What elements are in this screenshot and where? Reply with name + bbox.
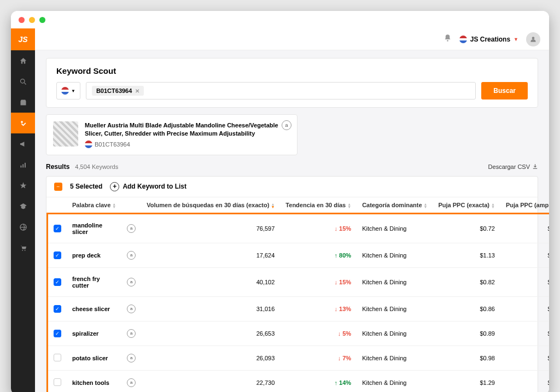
svg-point-0 — [20, 79, 25, 83]
download-csv-link[interactable]: Descargar CSV — [488, 163, 538, 170]
cell-volume: 40,102 — [141, 267, 280, 296]
product-asin: B01CT63964 — [85, 141, 290, 148]
cell-ppc-broad: $1.20 — [500, 370, 549, 392]
table-header-row: Palabra clave▲▼ Volumen de búsquedas en … — [48, 197, 550, 214]
row-checkbox[interactable]: ✓ — [54, 251, 61, 259]
sidebar: JS — [11, 28, 35, 392]
cell-keyword: kitchen tools — [67, 370, 121, 392]
avatar[interactable] — [526, 32, 540, 46]
col-ppc-exact[interactable]: Puja PPC (exacta)▲▼ — [433, 197, 500, 214]
svg-point-10 — [447, 40, 448, 42]
svg-rect-6 — [25, 162, 26, 167]
col-keyword[interactable]: Palabra clave▲▼ — [67, 197, 121, 214]
row-checkbox[interactable]: ✓ — [54, 330, 61, 337]
cell-trend: ↑ 14% — [280, 370, 357, 392]
topbar: JS Creations ▼ — [35, 28, 549, 50]
user-menu[interactable]: JS Creations ▼ — [459, 36, 518, 43]
amazon-icon[interactable]: a — [127, 354, 136, 362]
amazon-icon[interactable]: a — [127, 278, 136, 286]
nav-search-icon[interactable] — [11, 71, 35, 92]
user-name: JS Creations — [470, 36, 510, 43]
row-checkbox[interactable] — [54, 354, 61, 361]
chip-text: B01CT63964 — [96, 87, 132, 94]
row-checkbox[interactable]: ✓ — [54, 225, 61, 232]
cell-ppc-exact: $1.13 — [433, 243, 500, 267]
cell-keyword: prep deck — [67, 243, 121, 267]
cell-volume: 76,597 — [141, 213, 280, 243]
col-category[interactable]: Categoría dominante▲▼ — [357, 197, 433, 214]
cell-ppc-exact: $0.98 — [433, 346, 500, 370]
product-image — [53, 121, 78, 147]
nav-marketplace-icon[interactable] — [11, 92, 35, 113]
cell-trend: ↓ 5% — [280, 321, 357, 346]
amazon-icon[interactable]: a — [127, 329, 136, 338]
search-input[interactable]: B01CT63964 ✕ — [86, 82, 476, 100]
cell-keyword: cheese slicer — [67, 296, 121, 321]
cell-ppc-broad: $0.85 — [500, 321, 549, 346]
cell-category: Kitchen & Dining — [357, 267, 433, 296]
nav-megaphone-icon[interactable] — [11, 133, 35, 154]
cell-category: Kitchen & Dining — [357, 213, 433, 243]
row-checkbox[interactable]: ✓ — [54, 305, 61, 313]
nav-globe-icon[interactable] — [11, 217, 35, 237]
svg-rect-4 — [20, 165, 21, 167]
cell-keyword: spiralizer — [67, 321, 121, 346]
logo[interactable]: JS — [11, 28, 35, 50]
svg-point-8 — [22, 249, 23, 250]
nav-academy-icon[interactable] — [11, 196, 35, 217]
chevron-down-icon: ▼ — [514, 37, 518, 42]
selected-count: 5 Selected — [70, 183, 102, 190]
cell-ppc-exact: $1.29 — [433, 370, 500, 392]
nav-cart-icon[interactable] — [11, 237, 35, 258]
results-table: − 5 Selected + Add Keyword to List Palab… — [46, 176, 538, 392]
cell-trend: ↓ 7% — [280, 346, 357, 370]
cell-ppc-broad: $0.99 — [500, 346, 549, 370]
table-row: ✓spiralizera26,653↓ 5%Kitchen & Dining$0… — [48, 321, 550, 346]
select-all-checkbox[interactable]: − — [54, 183, 62, 191]
plus-icon: + — [110, 182, 119, 191]
notifications-icon[interactable] — [444, 34, 452, 44]
cell-ppc-exact: $0.86 — [433, 296, 500, 321]
col-ppc-broad[interactable]: Puja PPC (amplia)▲▼ — [500, 197, 549, 214]
col-trend[interactable]: Tendencia en 30 días▲▼ — [280, 197, 357, 214]
amazon-icon[interactable]: a — [127, 224, 136, 233]
search-button[interactable]: Buscar — [481, 82, 528, 100]
col-volume[interactable]: Volumen de búsquedas en 30 días (exacto)… — [141, 197, 280, 214]
cell-keyword: potato slicer — [67, 346, 121, 370]
amazon-icon[interactable]: a — [127, 378, 136, 387]
table-row: ✓cheese slicera31,016↓ 13%Kitchen & Dini… — [48, 296, 550, 321]
chip-close-icon[interactable]: ✕ — [135, 88, 139, 94]
amazon-icon[interactable]: a — [127, 305, 136, 313]
add-keyword-button[interactable]: + Add Keyword to List — [110, 182, 186, 191]
table-row: ✓french fry cuttera40,102↓ 15%Kitchen & … — [48, 267, 550, 296]
flag-icon — [85, 141, 92, 148]
amazon-icon[interactable]: a — [127, 251, 136, 260]
cell-volume: 26,093 — [141, 346, 280, 370]
maximize-dot[interactable] — [39, 17, 45, 23]
table-row: ✓mandoline slicera76,597↓ 15%Kitchen & D… — [48, 213, 550, 243]
row-checkbox[interactable]: ✓ — [54, 278, 61, 286]
svg-point-11 — [532, 37, 535, 39]
nav-star-icon[interactable] — [11, 175, 35, 196]
table-row: ✓prep decka17,624↑ 80%Kitchen & Dining$1… — [48, 243, 550, 267]
product-amazon-icon[interactable]: a — [282, 120, 291, 130]
page-title: Keyword Scout — [56, 66, 528, 75]
cell-ppc-broad: $0.76 — [500, 213, 549, 243]
minimize-dot[interactable] — [29, 17, 35, 23]
results-bar: Results 4,504 Keywords Descargar CSV — [46, 163, 538, 171]
row-checkbox[interactable] — [54, 378, 61, 386]
cell-category: Kitchen & Dining — [357, 243, 433, 267]
app-window: JS JS Creations ▼ — [11, 11, 549, 392]
cell-keyword: french fry cutter — [67, 267, 121, 296]
nav-keyword-icon[interactable] — [11, 113, 35, 133]
results-count: 4,504 Keywords — [75, 163, 118, 170]
close-dot[interactable] — [19, 17, 25, 23]
nav-home-icon[interactable] — [11, 50, 35, 71]
country-selector[interactable]: ▼ — [56, 82, 80, 100]
svg-point-3 — [21, 121, 23, 123]
cell-category: Kitchen & Dining — [357, 370, 433, 392]
nav-analytics-icon[interactable] — [11, 154, 35, 175]
flag-icon — [459, 36, 467, 43]
cell-category: Kitchen & Dining — [357, 346, 433, 370]
cell-keyword: mandoline slicer — [67, 213, 121, 243]
